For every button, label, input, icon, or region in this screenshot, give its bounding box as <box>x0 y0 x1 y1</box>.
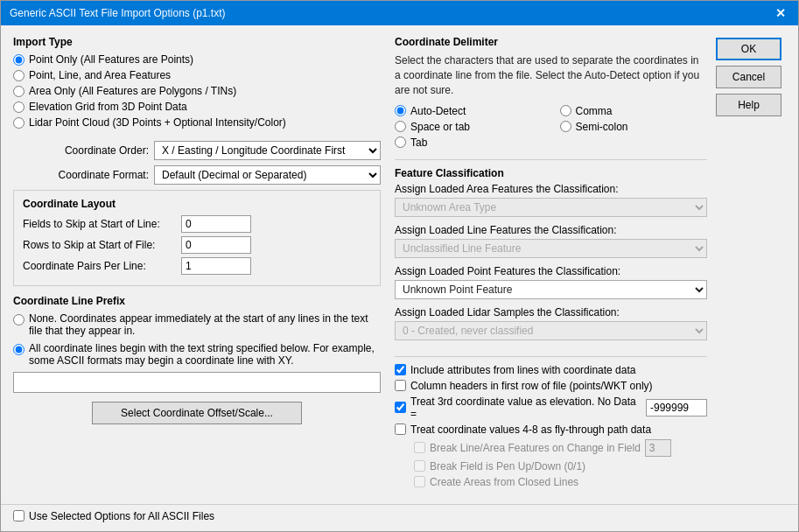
close-button[interactable]: ✕ <box>772 6 789 20</box>
divider-1 <box>395 159 707 160</box>
break-field-input[interactable] <box>645 439 671 457</box>
point-feat-label: Assign Loaded Point Features the Classif… <box>395 265 707 277</box>
include-attributes-check[interactable]: Include attributes from lines with coord… <box>395 364 707 376</box>
coord-delimiter-section: Coordinate Delimiter Select the characte… <box>395 36 707 148</box>
rows-skip-label: Rows to Skip at Start of File: <box>23 239 176 251</box>
options-section: Include attributes from lines with coord… <box>395 364 707 488</box>
break-pen-check[interactable] <box>414 460 425 472</box>
coord-layout-section: Coordinate Layout Fields to Skip at Star… <box>13 190 381 286</box>
delim-space-tab[interactable]: Space or tab <box>395 121 543 133</box>
prefix-option-1[interactable]: All coordinate lines begin with the text… <box>13 342 381 367</box>
delim-tab[interactable]: Tab <box>395 136 543 149</box>
prefix-text-input[interactable] <box>13 372 381 393</box>
coord-delimiter-description: Select the characters that are used to s… <box>395 53 707 97</box>
fields-skip-input[interactable] <box>181 215 251 233</box>
rows-skip-input[interactable] <box>181 236 251 254</box>
import-type-option-1[interactable]: Point, Line, and Area Features <box>13 69 381 81</box>
dialog-title: Generic ASCII Text File Import Options (… <box>10 7 226 19</box>
coord-order-select[interactable]: X / Easting / Longitude Coordinate First <box>154 141 381 160</box>
line-feat-select[interactable]: Unclassified Line Feature <box>395 239 707 258</box>
create-areas-check[interactable] <box>414 476 425 487</box>
right-wrapper: Coordinate Delimiter Select the characte… <box>395 36 786 494</box>
import-type-title: Import Type <box>13 36 381 48</box>
coord-format-select[interactable]: Default (Decimal or Separated) <box>154 165 381 185</box>
area-feat-select[interactable]: Unknown Area Type <box>395 198 707 217</box>
delim-auto-detect[interactable]: Auto-Detect <box>395 105 543 117</box>
left-panel: Import Type Point Only (All Features are… <box>13 36 381 494</box>
import-type-option-3[interactable]: Elevation Grid from 3D Point Data <box>13 101 381 113</box>
coord-pairs-label: Coordinate Pairs Per Line: <box>23 260 176 272</box>
help-button[interactable]: Help <box>716 94 781 116</box>
delim-comma[interactable]: Comma <box>560 105 708 117</box>
fields-skip-row: Fields to Skip at Start of Line: <box>23 215 371 233</box>
coord-pairs-input[interactable] <box>181 257 251 275</box>
prefix-option-0[interactable]: None. Coordinates appear immediately at … <box>13 312 381 337</box>
coord-prefix-title: Coordinate Line Prefix <box>13 295 381 307</box>
dialog-body: Import Type Point Only (All Features are… <box>1 25 798 503</box>
break-pen-row: Break Field is Pen Up/Down (0/1) <box>414 460 707 472</box>
import-type-option-0[interactable]: Point Only (All Features are Points) <box>13 53 381 66</box>
dialog-window: Generic ASCII Text File Import Options (… <box>0 0 799 531</box>
prefix-radio-group: None. Coordinates appear immediately at … <box>13 312 381 367</box>
dialog-buttons: OK Cancel Help <box>716 36 786 494</box>
feature-classification-section: Feature Classification Assign Loaded Are… <box>395 167 707 347</box>
coord-layout-title: Coordinate Layout <box>23 198 371 210</box>
treat-3rd-check[interactable]: Treat 3rd coordinate value as elevation.… <box>395 396 707 420</box>
right-panel: Coordinate Delimiter Select the characte… <box>395 36 707 494</box>
lidar-feat-select[interactable]: 0 - Created, never classified <box>395 321 707 340</box>
coord-order-row: Coordinate Order: X / Easting / Longitud… <box>13 141 381 160</box>
use-selected-row: Use Selected Options for All ASCII Files <box>1 504 798 531</box>
delim-semicolon[interactable]: Semi-colon <box>560 121 708 133</box>
rows-skip-row: Rows to Skip at Start of File: <box>23 236 371 254</box>
fields-skip-label: Fields to Skip at Start of Line: <box>23 218 176 230</box>
use-selected-label: Use Selected Options for All ASCII Files <box>29 510 214 522</box>
line-feat-label: Assign Loaded Line Features the Classifi… <box>395 224 707 236</box>
column-headers-check[interactable]: Column headers in first row of file (poi… <box>395 380 707 392</box>
break-line-check[interactable] <box>414 442 425 453</box>
cancel-button[interactable]: Cancel <box>716 66 781 88</box>
lidar-feat-label: Assign Loaded Lidar Samples the Classifi… <box>395 306 707 318</box>
coord-prefix-section: Coordinate Line Prefix None. Coordinates… <box>13 295 381 393</box>
select-offset-button[interactable]: Select Coordinate Offset/Scale... <box>92 402 302 424</box>
coord-order-label: Coordinate Order: <box>13 144 149 157</box>
divider-2 <box>395 356 707 357</box>
coord-format-label: Coordinate Format: <box>13 169 149 181</box>
point-feat-select[interactable]: Unknown Point Feature <box>395 280 707 299</box>
ok-button[interactable]: OK <box>716 38 781 60</box>
coord-pairs-row: Coordinate Pairs Per Line: <box>23 257 371 275</box>
title-bar: Generic ASCII Text File Import Options (… <box>1 1 798 25</box>
area-feat-label: Assign Loaded Area Features the Classifi… <box>395 183 707 195</box>
treat-4-8-check[interactable]: Treat coordinate values 4-8 as fly-throu… <box>395 424 707 436</box>
no-data-input[interactable] <box>646 399 707 416</box>
import-type-group: Point Only (All Features are Points) Poi… <box>13 53 381 129</box>
delimiter-radio-group: Auto-Detect Comma Space or tab Semi <box>395 105 707 149</box>
coord-delimiter-title: Coordinate Delimiter <box>395 36 707 48</box>
import-type-option-2[interactable]: Area Only (All Features are Polygons / T… <box>13 85 381 97</box>
coord-format-row: Coordinate Format: Default (Decimal or S… <box>13 165 381 185</box>
feature-classification-title: Feature Classification <box>395 167 707 179</box>
create-areas-row: Create Areas from Closed Lines <box>414 476 707 488</box>
break-line-row: Break Line/Area Features on Change in Fi… <box>414 439 707 457</box>
use-selected-checkbox[interactable] <box>13 510 25 522</box>
sub-options: Break Line/Area Features on Change in Fi… <box>414 439 707 488</box>
import-type-option-4[interactable]: Lidar Point Cloud (3D Points + Optional … <box>13 116 381 129</box>
